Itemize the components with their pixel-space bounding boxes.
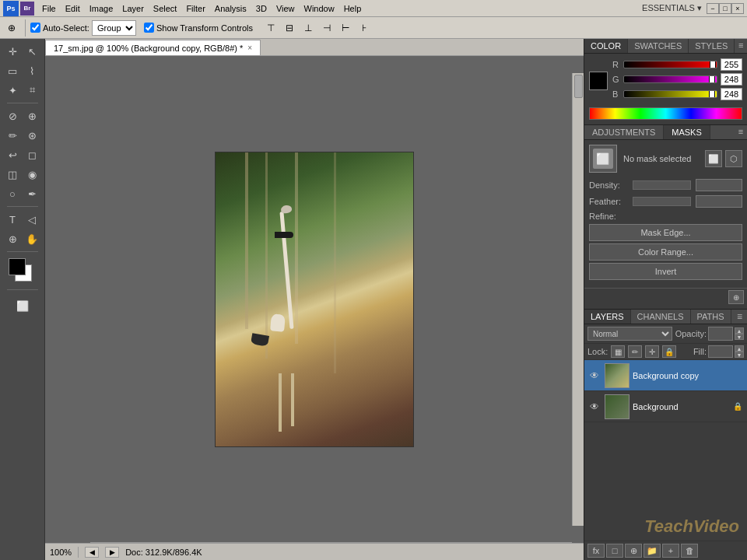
eraser-tool[interactable]: ◻: [23, 145, 41, 164]
color-preview-box[interactable]: [589, 72, 608, 90]
gradient-tool[interactable]: ◫: [3, 165, 22, 184]
layer-visibility-bg-copy[interactable]: 👁: [587, 369, 601, 383]
menu-layer[interactable]: Layer: [117, 2, 149, 15]
menu-help[interactable]: Help: [339, 2, 366, 15]
menu-view[interactable]: View: [272, 2, 300, 15]
lock-position-btn[interactable]: ✛: [645, 345, 659, 358]
fill-down-arrow[interactable]: ▼: [735, 352, 744, 358]
type-tool[interactable]: T: [3, 210, 22, 229]
layer-mask-btn[interactable]: □: [606, 544, 623, 558]
layer-item-background-copy[interactable]: 👁 Background copy: [584, 360, 747, 391]
add-pixel-mask-btn[interactable]: ⬜: [705, 150, 722, 167]
align-bottom-btn[interactable]: ⊥: [300, 19, 317, 37]
move-tool-btn[interactable]: ⊕: [3, 19, 20, 37]
density-input[interactable]: [696, 179, 742, 191]
feather-input[interactable]: [696, 195, 742, 208]
nav-prev-btn[interactable]: ◀: [85, 547, 99, 558]
magic-wand-tool[interactable]: ✦: [3, 81, 22, 100]
red-value[interactable]: 255: [721, 58, 742, 71]
layers-panel-menu-icon[interactable]: ≡: [732, 310, 747, 324]
layer-group-btn[interactable]: 📁: [644, 544, 661, 558]
move-tool[interactable]: ↖: [23, 42, 41, 61]
layer-delete-btn[interactable]: 🗑: [681, 544, 698, 558]
menu-image[interactable]: Image: [85, 2, 118, 15]
align-hcenter-btn[interactable]: ⊢: [337, 19, 354, 37]
invert-btn[interactable]: Invert: [589, 263, 742, 280]
select-tool[interactable]: ✛: [3, 42, 22, 61]
opacity-input[interactable]: 35%: [708, 327, 733, 341]
layer-fx-btn[interactable]: fx: [587, 544, 605, 558]
nav-play-btn[interactable]: ▶: [105, 547, 119, 558]
tab-adjustments[interactable]: ADJUSTMENTS: [584, 125, 664, 139]
adj-panel-menu-icon[interactable]: ≡: [735, 125, 747, 138]
layer-adjustment-btn[interactable]: ⊕: [625, 544, 642, 558]
history-brush-tool[interactable]: ↩: [3, 145, 22, 164]
layer-new-btn[interactable]: +: [662, 544, 679, 558]
menu-3d[interactable]: 3D: [251, 2, 272, 15]
lock-all-btn[interactable]: 🔒: [662, 345, 676, 358]
scrollbar-v-thumb[interactable]: [574, 75, 583, 98]
align-right-btn[interactable]: ⊦: [356, 19, 373, 37]
color-range-btn[interactable]: Color Range...: [589, 243, 742, 261]
layer-visibility-bg[interactable]: 👁: [587, 400, 601, 414]
canvas-tab[interactable]: 17_sm.jpg @ 100% (Background copy, RGB/8…: [45, 40, 261, 55]
add-vector-mask-btn[interactable]: ⬡: [725, 150, 742, 167]
menu-edit[interactable]: Edit: [61, 2, 85, 15]
tab-color[interactable]: COLOR: [584, 39, 628, 53]
tab-channels[interactable]: CHANNELS: [631, 310, 691, 324]
menu-analysis[interactable]: Analysis: [210, 2, 251, 15]
eyedropper-tool[interactable]: ⊘: [3, 107, 22, 125]
auto-select-type-select[interactable]: Group: [92, 20, 136, 36]
canvas-tab-close[interactable]: ×: [247, 44, 252, 52]
opacity-down-arrow[interactable]: ▼: [735, 334, 744, 340]
menu-file[interactable]: File: [37, 2, 61, 15]
green-slider-track[interactable]: [623, 75, 717, 83]
pen-tool[interactable]: ✒: [23, 184, 41, 203]
blue-value[interactable]: 248: [721, 88, 742, 100]
align-left-btn[interactable]: ⊣: [318, 19, 335, 37]
spot-heal-tool[interactable]: ⊕: [23, 107, 41, 125]
color-panel-menu-icon[interactable]: ≡: [735, 39, 747, 51]
blur-tool[interactable]: ◉: [23, 165, 41, 184]
crop-tool[interactable]: ⌗: [23, 81, 41, 100]
density-slider[interactable]: [633, 180, 691, 190]
foreground-color-swatch[interactable]: [9, 258, 26, 275]
path-tool[interactable]: ◁: [23, 210, 41, 229]
maximize-button[interactable]: □: [719, 3, 731, 14]
menu-filter[interactable]: Filter: [181, 2, 209, 15]
red-slider-track[interactable]: [623, 61, 717, 68]
adj-panel-action-btn[interactable]: ⊕: [728, 290, 744, 304]
minimize-button[interactable]: −: [707, 3, 719, 14]
tab-swatches[interactable]: SWATCHES: [628, 39, 689, 53]
dodge-tool[interactable]: ○: [3, 184, 22, 203]
auto-select-checkbox[interactable]: [30, 23, 40, 33]
green-value[interactable]: 248: [721, 73, 742, 86]
menu-select[interactable]: Select: [149, 2, 182, 15]
scrollbar-vertical[interactable]: [572, 73, 584, 526]
tab-masks[interactable]: MASKS: [664, 125, 710, 139]
tab-paths[interactable]: PATHS: [691, 310, 731, 324]
lock-image-btn[interactable]: ✏: [628, 345, 642, 358]
feather-slider[interactable]: [633, 197, 691, 206]
blue-slider-track[interactable]: [623, 90, 717, 98]
align-vcenter-btn[interactable]: ⊟: [281, 19, 298, 37]
screen-mode-btn[interactable]: ⬜: [13, 296, 32, 315]
tab-layers[interactable]: LAYERS: [584, 310, 631, 324]
blend-mode-select[interactable]: Normal: [587, 327, 672, 341]
fill-up-arrow[interactable]: ▲: [735, 345, 744, 352]
show-transform-checkbox[interactable]: [144, 23, 154, 33]
essentials-label[interactable]: ESSENTIALS ▾: [642, 3, 702, 13]
fill-input[interactable]: 100%: [708, 345, 733, 358]
lock-transparent-btn[interactable]: ▦: [611, 345, 625, 358]
mask-edge-btn[interactable]: Mask Edge...: [589, 224, 742, 241]
align-top-btn[interactable]: ⊤: [262, 19, 279, 37]
hand-tool[interactable]: ✋: [23, 229, 41, 248]
opacity-up-arrow[interactable]: ▲: [735, 327, 744, 334]
scrollbar-horizontal[interactable]: [90, 542, 572, 543]
close-button[interactable]: ×: [731, 3, 744, 14]
clone-stamp-tool[interactable]: ⊛: [23, 126, 41, 145]
lasso-tool[interactable]: ⌇: [23, 61, 41, 80]
brush-tool[interactable]: ✏: [3, 126, 22, 145]
menu-window[interactable]: Window: [300, 2, 339, 15]
marquee-tool[interactable]: ▭: [3, 61, 22, 80]
